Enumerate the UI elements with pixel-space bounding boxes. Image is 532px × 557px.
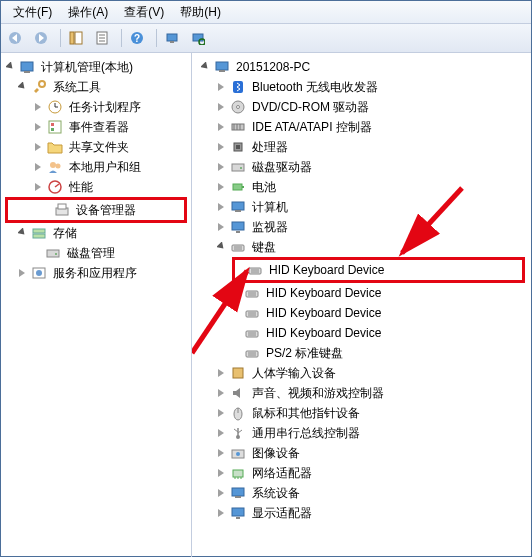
properties-button[interactable] xyxy=(92,26,116,50)
expander-icon[interactable] xyxy=(216,181,228,193)
menu-help[interactable]: 帮助(H) xyxy=(172,2,229,23)
svg-rect-63 xyxy=(246,311,258,317)
device-item-hid2[interactable]: HID Keyboard Device xyxy=(192,283,531,303)
expander-icon[interactable] xyxy=(216,241,228,253)
tree-label: 设备管理器 xyxy=(74,201,138,220)
expander-icon[interactable] xyxy=(216,161,228,173)
tree-label: 电池 xyxy=(250,178,278,197)
device-category-computer[interactable]: 计算机 xyxy=(192,197,531,217)
svg-rect-15 xyxy=(24,71,30,73)
device-item-hid1[interactable]: HID Keyboard Device xyxy=(232,257,525,283)
expander-icon[interactable] xyxy=(216,221,228,233)
tree-node-devmgr[interactable]: 设备管理器 xyxy=(5,197,187,223)
device-item-hid3[interactable]: HID Keyboard Device xyxy=(192,303,531,323)
tree-node-diskmgmt[interactable]: 磁盘管理 xyxy=(1,243,191,263)
expander-icon[interactable] xyxy=(216,387,228,399)
svg-rect-11 xyxy=(170,41,174,43)
back-button[interactable] xyxy=(5,26,29,50)
tree-label: 人体学输入设备 xyxy=(250,364,338,383)
tree-node-systools[interactable]: 系统工具 xyxy=(1,77,191,97)
help-button[interactable]: ? xyxy=(127,26,151,50)
device-category-hidclass[interactable]: 人体学输入设备 xyxy=(192,363,531,383)
svg-rect-31 xyxy=(47,250,59,257)
expander-icon[interactable] xyxy=(17,81,29,93)
device-category-network[interactable]: 网络适配器 xyxy=(192,463,531,483)
menu-view[interactable]: 查看(V) xyxy=(116,2,172,23)
menu-action[interactable]: 操作(A) xyxy=(60,2,116,23)
device-category-monitor[interactable]: 监视器 xyxy=(192,217,531,237)
tree-label: 监视器 xyxy=(250,218,290,237)
device-root[interactable]: 20151208-PC xyxy=(192,57,531,77)
forward-button[interactable] xyxy=(31,26,55,50)
tree-node-users[interactable]: 本地用户和组 xyxy=(1,157,191,177)
expander-icon[interactable] xyxy=(216,407,228,419)
device-category-display[interactable]: 显示适配器 xyxy=(192,503,531,523)
tree-node-shared[interactable]: 共享文件夹 xyxy=(1,137,191,157)
expander-icon[interactable] xyxy=(17,227,29,239)
tree-label: 本地用户和组 xyxy=(67,158,143,177)
tree-label: 共享文件夹 xyxy=(67,138,131,157)
device-category-usb[interactable]: 通用串行总线控制器 xyxy=(192,423,531,443)
expander-icon[interactable] xyxy=(216,507,228,519)
menu-file[interactable]: 文件(F) xyxy=(5,2,60,23)
left-tree-pane[interactable]: 计算机管理(本地) 系统工具 xyxy=(1,53,192,557)
device-category-system[interactable]: 系统设备 xyxy=(192,483,531,503)
tree-label: HID Keyboard Device xyxy=(264,305,383,321)
expander-icon[interactable] xyxy=(216,81,228,93)
tree-node-tasksched[interactable]: 任务计划程序 xyxy=(1,97,191,117)
expander-icon[interactable] xyxy=(216,141,228,153)
expander-icon[interactable] xyxy=(5,61,17,73)
device-category-sound[interactable]: 声音、视频和游戏控制器 xyxy=(192,383,531,403)
users-icon xyxy=(47,159,63,175)
device-category-diskdrives[interactable]: 磁盘驱动器 xyxy=(192,157,531,177)
imaging-icon xyxy=(230,445,246,461)
show-hide-tree-button[interactable] xyxy=(66,26,90,50)
expander-icon[interactable] xyxy=(33,161,45,173)
expander-icon[interactable] xyxy=(216,487,228,499)
device-category-bluetooth[interactable]: Bluetooth 无线电收发器 xyxy=(192,77,531,97)
bluetooth-icon xyxy=(230,79,246,95)
svg-rect-53 xyxy=(236,231,240,233)
scan-hardware-button[interactable] xyxy=(188,26,212,50)
computer-management-window: 文件(F) 操作(A) 查看(V) 帮助(H) ? 计算机管理(本地) xyxy=(0,0,532,557)
device-category-dvd[interactable]: DVD/CD-ROM 驱动器 xyxy=(192,97,531,117)
device-item-hid4[interactable]: HID Keyboard Device xyxy=(192,323,531,343)
tree-node-eventviewer[interactable]: 事件查看器 xyxy=(1,117,191,137)
device-category-imaging[interactable]: 图像设备 xyxy=(192,443,531,463)
expander-icon[interactable] xyxy=(216,201,228,213)
tree-label: 处理器 xyxy=(250,138,290,157)
expander-icon[interactable] xyxy=(33,181,45,193)
expander-icon[interactable] xyxy=(216,367,228,379)
tree-label: 声音、视频和游戏控制器 xyxy=(250,384,386,403)
tree-node-services[interactable]: 服务和应用程序 xyxy=(1,263,191,283)
toolbar: ? xyxy=(1,24,531,53)
svg-rect-35 xyxy=(216,62,228,70)
device-category-cpu[interactable]: 处理器 xyxy=(192,137,531,157)
expander-icon[interactable] xyxy=(200,61,212,73)
expander-icon[interactable] xyxy=(17,267,29,279)
expander-icon[interactable] xyxy=(33,101,45,113)
device-category-ide[interactable]: IDE ATA/ATAPI 控制器 xyxy=(192,117,531,137)
device-item-ps2[interactable]: PS/2 标准键盘 xyxy=(192,343,531,363)
device-category-battery[interactable]: 电池 xyxy=(192,177,531,197)
keyboards-icon xyxy=(230,239,246,255)
refresh-button[interactable] xyxy=(162,26,186,50)
expander-icon[interactable] xyxy=(33,121,45,133)
right-tree-pane[interactable]: 20151208-PC Bluetooth 无线电收发器 DVD/CD-ROM … xyxy=(192,53,531,557)
expander-icon[interactable] xyxy=(216,467,228,479)
tree-label: 鼠标和其他指针设备 xyxy=(250,404,362,423)
expander-icon[interactable] xyxy=(216,447,228,459)
expander-icon[interactable] xyxy=(216,427,228,439)
device-category-mouse[interactable]: 鼠标和其他指针设备 xyxy=(192,403,531,423)
device-category-keyboards[interactable]: 键盘 xyxy=(192,237,531,257)
expander-icon[interactable] xyxy=(216,121,228,133)
svg-rect-21 xyxy=(51,123,54,126)
menubar: 文件(F) 操作(A) 查看(V) 帮助(H) xyxy=(1,1,531,24)
tree-label: Bluetooth 无线电收发器 xyxy=(250,78,380,97)
expander-icon[interactable] xyxy=(33,141,45,153)
tree-node-root[interactable]: 计算机管理(本地) xyxy=(1,57,191,77)
expander-icon[interactable] xyxy=(216,101,228,113)
svg-rect-57 xyxy=(249,268,261,274)
tree-node-storage[interactable]: 存储 xyxy=(1,223,191,243)
tree-node-performance[interactable]: 性能 xyxy=(1,177,191,197)
